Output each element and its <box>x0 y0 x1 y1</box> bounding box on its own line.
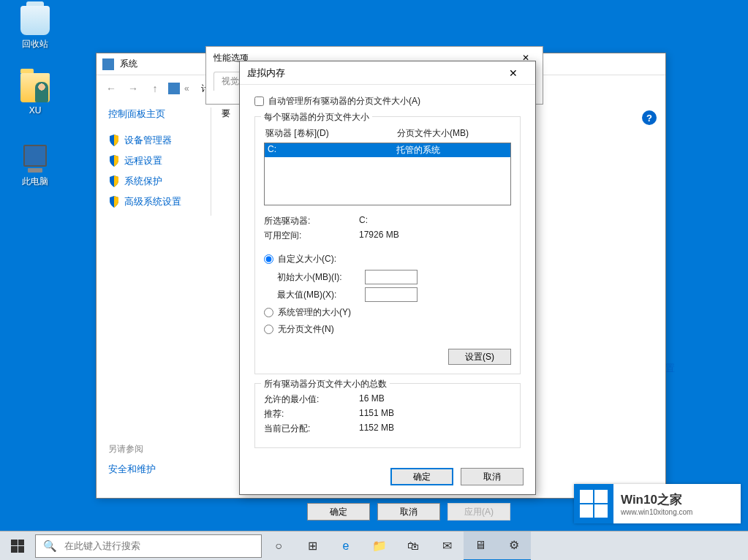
vm-ok-button[interactable]: 确定 <box>390 468 453 485</box>
sidebar-remote-settings[interactable]: 远程设置 <box>108 154 211 167</box>
explorer-icon[interactable]: 📁 <box>363 531 396 561</box>
perf-dialog-buttons: 确定 取消 应用(A) <box>307 503 510 521</box>
taskbar-app-2[interactable]: ⚙ <box>497 531 531 561</box>
shield-icon <box>108 155 120 167</box>
totals-group: 所有驱动器分页文件大小的总数 允许的最小值: 16 MB 推荐: 1151 MB… <box>254 383 521 448</box>
nav-up-icon[interactable]: ↑ <box>146 80 164 97</box>
system-sidebar: 控制面板主页 设备管理器 远程设置 系统保护 高级系统设置 <box>108 107 211 216</box>
radio-none-input[interactable] <box>264 325 273 334</box>
col-size: 分页文件大小(MB) <box>397 127 469 140</box>
radio-system-managed[interactable]: 系统管理的大小(Y) <box>264 306 511 319</box>
initial-size-label: 初始大小(MB)(I): <box>277 271 359 284</box>
nav-forward-icon[interactable]: → <box>124 80 142 97</box>
current-value: 1152 MB <box>359 423 394 435</box>
edge-icon[interactable]: e <box>329 531 363 561</box>
per-drive-group-title: 每个驱动器的分页文件大小 <box>261 111 372 124</box>
task-view-icon[interactable]: ⊞ <box>295 531 329 561</box>
current-row: 当前已分配: 1152 MB <box>264 423 511 435</box>
breadcrumb-chevron: « <box>184 83 189 94</box>
drive-list-header: 驱动器 [卷标](D) 分页文件大小(MB) <box>265 127 510 140</box>
shield-icon <box>108 196 120 208</box>
current-label: 当前已分配: <box>264 423 359 435</box>
per-drive-group: 每个驱动器的分页文件大小 驱动器 [卷标](D) 分页文件大小(MB) C: 托… <box>254 116 521 374</box>
sidebar-link-label: 系统保护 <box>124 175 162 188</box>
virtual-memory-dialog: 虚拟内存 ✕ 自动管理所有驱动器的分页文件大小(A) 每个驱动器的分页文件大小 … <box>239 61 536 495</box>
taskbar-app-1[interactable]: 🖥 <box>464 531 497 561</box>
col-drive: 驱动器 [卷标](D) <box>265 127 397 140</box>
sidebar-advanced-settings[interactable]: 高级系统设置 <box>108 195 211 208</box>
recycle-bin-label: 回收站 <box>7 38 63 50</box>
sidebar-link-label: 设备管理器 <box>124 134 172 147</box>
vm-close-button[interactable]: ✕ <box>499 61 528 85</box>
sidebar-device-manager[interactable]: 设备管理器 <box>108 134 211 147</box>
radio-system-input[interactable] <box>264 308 273 317</box>
taskbar-search[interactable]: 🔍 在此键入进行搜索 <box>35 534 262 558</box>
min-allowed-value: 16 MB <box>359 393 385 406</box>
recommended-value: 1151 MB <box>359 408 394 420</box>
store-icon[interactable]: 🛍 <box>396 531 430 561</box>
shield-icon <box>108 175 120 187</box>
set-button[interactable]: 设置(S) <box>448 349 511 365</box>
start-button[interactable] <box>0 531 35 561</box>
perf-ok-button[interactable]: 确定 <box>307 503 370 521</box>
initial-size-row: 初始大小(MB)(I): <box>277 270 511 284</box>
radio-custom-input[interactable] <box>264 254 273 264</box>
radio-custom-label: 自定义大小(C): <box>278 253 336 265</box>
windows-logo-icon <box>11 540 24 553</box>
help-icon[interactable]: ? <box>642 110 657 125</box>
auto-manage-checkbox[interactable] <box>254 97 264 106</box>
nav-back-icon[interactable]: ← <box>102 80 120 97</box>
sidebar-system-protection[interactable]: 系统保护 <box>108 175 211 188</box>
initial-size-input[interactable] <box>365 270 418 284</box>
selected-drive-label: 所选驱动器: <box>264 215 359 227</box>
desktop-icon-this-pc[interactable]: 此电脑 <box>7 143 63 188</box>
recycle-bin-icon <box>20 6 50 35</box>
site-watermark: Win10之家 www.win10xitong.com <box>574 484 741 523</box>
cortana-icon[interactable]: ○ <box>262 531 295 561</box>
folder-xu-label: XU <box>7 105 63 116</box>
free-space-row: 可用空间: 17926 MB <box>264 230 511 242</box>
search-placeholder: 在此键入进行搜索 <box>64 540 140 553</box>
vm-cancel-button[interactable]: 取消 <box>461 468 524 485</box>
perf-cancel-button[interactable]: 取消 <box>377 503 440 521</box>
selected-drive-row: 所选驱动器: C: <box>264 215 511 227</box>
min-allowed-label: 允许的最小值: <box>264 393 359 406</box>
desktop-icon-recycle-bin[interactable]: 回收站 <box>7 6 63 50</box>
breadcrumb-icon <box>168 83 180 94</box>
vm-titlebar[interactable]: 虚拟内存 ✕ <box>240 61 535 85</box>
selected-drive-value: C: <box>359 215 368 227</box>
max-size-row: 最大值(MB)(X): <box>277 287 511 302</box>
max-size-label: 最大值(MB)(X): <box>277 289 359 301</box>
mail-icon[interactable]: ✉ <box>430 531 464 561</box>
control-panel-home-link[interactable]: 控制面板主页 <box>108 107 211 121</box>
watermark-title: Win10之家 <box>621 491 692 508</box>
drive-status: 托管的系统 <box>396 144 440 156</box>
drive-list[interactable]: C: 托管的系统 <box>264 143 511 205</box>
section-head: 要 <box>222 108 230 118</box>
radio-no-paging[interactable]: 无分页文件(N) <box>264 323 511 336</box>
taskbar: 🔍 在此键入进行搜索 ○ ⊞ e 📁 🛍 ✉ 🖥 ⚙ <box>0 531 748 560</box>
watermark-logo-icon <box>574 484 613 523</box>
vm-dialog-buttons: 确定 取消 <box>390 468 524 485</box>
auto-manage-label: 自动管理所有驱动器的分页文件大小(A) <box>268 95 420 107</box>
drive-row-c[interactable]: C: 托管的系统 <box>265 143 510 157</box>
max-size-input[interactable] <box>365 287 418 302</box>
system-icon <box>102 58 114 70</box>
min-allowed-row: 允许的最小值: 16 MB <box>264 393 511 406</box>
desktop-icon-folder-xu[interactable]: XU <box>7 73 63 116</box>
recommended-label: 推荐: <box>264 408 359 420</box>
radio-custom-size[interactable]: 自定义大小(C): <box>264 253 511 265</box>
totals-group-title: 所有驱动器分页文件大小的总数 <box>261 378 390 390</box>
radio-none-label: 无分页文件(N) <box>278 323 334 336</box>
search-icon: 🔍 <box>43 540 57 553</box>
recommended-row: 推荐: 1151 MB <box>264 408 511 420</box>
security-maintenance-link[interactable]: 安全和维护 <box>108 463 156 476</box>
perf-apply-button: 应用(A) <box>447 503 510 521</box>
auto-manage-checkbox-row[interactable]: 自动管理所有驱动器的分页文件大小(A) <box>254 95 521 107</box>
radio-system-label: 系统管理的大小(Y) <box>278 306 351 319</box>
shield-icon <box>108 135 120 146</box>
vm-title-text: 虚拟内存 <box>247 67 499 80</box>
sidebar-link-label: 高级系统设置 <box>124 195 181 208</box>
free-space-value: 17926 MB <box>359 230 399 242</box>
watermark-url: www.win10xitong.com <box>621 508 692 516</box>
